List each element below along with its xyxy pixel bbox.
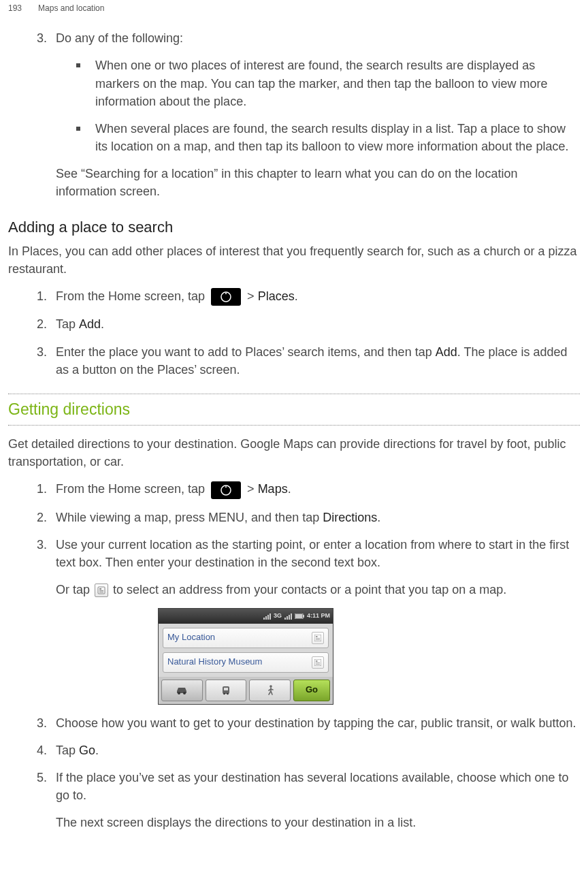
page-header: 193 Maps and location bbox=[8, 0, 580, 29]
step-number: 3. bbox=[37, 29, 47, 47]
step-text: Choose how you want to get to your desti… bbox=[56, 716, 576, 730]
field-value: Natural History Museum bbox=[167, 656, 262, 669]
step-text-part: > bbox=[247, 289, 258, 303]
page-number: 193 bbox=[8, 3, 22, 14]
walk-mode-button[interactable] bbox=[249, 680, 291, 701]
intro-text: Get detailed directions to your destinat… bbox=[8, 435, 580, 470]
bullet-text: When several places are found, the searc… bbox=[95, 122, 568, 153]
add-label: Add bbox=[436, 345, 457, 359]
contact-picker-icon bbox=[95, 584, 108, 597]
step-number: 3. bbox=[37, 714, 47, 732]
start-location-field[interactable]: My Location bbox=[163, 628, 329, 648]
car-mode-button[interactable] bbox=[161, 680, 203, 701]
step-number: 5. bbox=[37, 769, 47, 786]
step-text-part: Or tap bbox=[56, 583, 93, 596]
directions-screenshot: 3G 4:11 PM My Location Natural History M… bbox=[158, 608, 333, 705]
svg-rect-22 bbox=[224, 688, 228, 690]
step-text-part: . bbox=[295, 289, 298, 303]
svg-rect-17 bbox=[316, 662, 320, 663]
step-2: 2. Tap Add. bbox=[37, 315, 580, 333]
svg-rect-13 bbox=[316, 638, 320, 639]
contact-picker-icon[interactable] bbox=[312, 656, 324, 669]
step-text: Do any of the following: bbox=[56, 31, 183, 45]
svg-rect-10 bbox=[295, 614, 302, 618]
svg-rect-12 bbox=[316, 636, 318, 637]
field-value: My Location bbox=[167, 631, 215, 644]
svg-point-24 bbox=[227, 693, 229, 695]
svg-point-20 bbox=[183, 692, 186, 695]
section-divider bbox=[8, 425, 580, 426]
contact-picker-icon[interactable] bbox=[312, 632, 324, 644]
note-text: The next screen displays the directions … bbox=[56, 814, 580, 831]
step-1: 1. From the Home screen, tap > Maps. bbox=[37, 480, 580, 498]
step-text-part: From the Home screen, tap bbox=[56, 289, 208, 303]
step-5: 5. If the place you’ve set as your desti… bbox=[37, 769, 580, 831]
bullet-item: When several places are found, the searc… bbox=[76, 120, 580, 155]
step-4: 4. Tap Go. bbox=[37, 741, 580, 759]
step-number: 3. bbox=[37, 536, 47, 554]
bullet-text: When one or two places of interest are f… bbox=[95, 59, 547, 108]
or-text: Or tap to select an address from your co… bbox=[56, 581, 580, 598]
subsection-heading: Adding a place to search bbox=[8, 217, 580, 238]
svg-rect-18 bbox=[316, 664, 320, 665]
svg-rect-16 bbox=[316, 660, 318, 662]
network-3g-label: 3G bbox=[274, 611, 282, 620]
note-text: See “Searching for a location” in this c… bbox=[56, 165, 580, 200]
svg-rect-14 bbox=[316, 639, 320, 640]
bus-icon bbox=[220, 685, 231, 696]
app-launcher-icon bbox=[211, 481, 241, 499]
signal-icon bbox=[284, 613, 292, 620]
maps-label: Maps bbox=[258, 482, 288, 496]
step-3: 3. Use your current location as the star… bbox=[37, 536, 580, 705]
step-text-part: . bbox=[101, 317, 104, 331]
step-number: 1. bbox=[37, 287, 47, 305]
battery-icon bbox=[295, 613, 304, 619]
status-bar: 3G 4:11 PM bbox=[159, 609, 333, 624]
step-1: 1. From the Home screen, tap > Places. bbox=[37, 287, 580, 306]
go-label: Go bbox=[306, 684, 318, 697]
places-label: Places bbox=[258, 289, 295, 303]
svg-rect-9 bbox=[303, 615, 304, 618]
car-icon bbox=[175, 686, 189, 695]
step-3: 3. Do any of the following: When one or … bbox=[37, 29, 580, 200]
signal-icon bbox=[263, 613, 271, 620]
mode-bar: Go bbox=[159, 677, 333, 704]
section-divider bbox=[8, 394, 580, 394]
step-text-part: While viewing a map, press MENU, and the… bbox=[56, 511, 323, 524]
walk-icon bbox=[266, 685, 274, 696]
step-3b: 3. Choose how you want to get to your de… bbox=[37, 714, 580, 732]
step-number: 4. bbox=[37, 741, 47, 759]
step-text-part: Tap bbox=[56, 317, 79, 331]
step-text-part: to select an address from your contacts … bbox=[113, 583, 506, 596]
section-heading: Getting directions bbox=[8, 398, 580, 421]
destination-field[interactable]: Natural History Museum bbox=[163, 652, 329, 673]
step-text-part: From the Home screen, tap bbox=[56, 482, 208, 496]
step-text-part: > bbox=[247, 482, 258, 496]
step-text-part: Enter the place you want to add to Place… bbox=[56, 345, 436, 359]
bullet-item: When one or two places of interest are f… bbox=[76, 57, 580, 110]
step-text-part: Tap bbox=[56, 744, 79, 757]
go-button[interactable]: Go bbox=[293, 680, 330, 701]
step-2: 2. While viewing a map, press MENU, and … bbox=[37, 509, 580, 526]
transit-mode-button[interactable] bbox=[206, 680, 247, 701]
svg-point-23 bbox=[223, 693, 225, 695]
step-number: 1. bbox=[37, 480, 47, 498]
intro-text: In Places, you can add other places of i… bbox=[8, 242, 580, 278]
svg-point-19 bbox=[178, 692, 180, 695]
svg-rect-6 bbox=[99, 590, 103, 591]
clock-text: 4:11 PM bbox=[307, 611, 330, 620]
step-text: Use your current location as the startin… bbox=[56, 538, 569, 569]
step-text: If the place you’ve set as your destinat… bbox=[56, 771, 568, 802]
step-3: 3. Enter the place you want to add to Pl… bbox=[37, 343, 580, 379]
go-label: Go bbox=[79, 744, 95, 757]
step-number: 3. bbox=[37, 343, 47, 361]
step-number: 2. bbox=[37, 509, 47, 526]
add-label: Add bbox=[79, 317, 101, 331]
step-text-part: . bbox=[377, 511, 380, 524]
step-number: 2. bbox=[37, 315, 47, 333]
directions-label: Directions bbox=[323, 511, 377, 524]
svg-rect-7 bbox=[99, 592, 103, 592]
step-text-part: . bbox=[288, 482, 291, 496]
svg-rect-5 bbox=[99, 588, 101, 590]
chapter-title: Maps and location bbox=[38, 3, 104, 14]
